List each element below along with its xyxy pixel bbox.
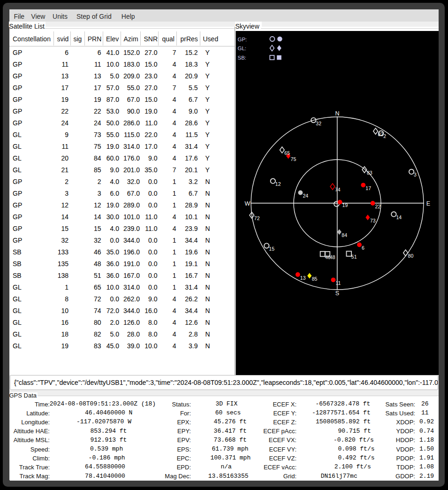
svg-text:S: S bbox=[335, 290, 339, 297]
svg-text:W: W bbox=[245, 200, 251, 207]
svg-text:65: 65 bbox=[284, 150, 290, 156]
svg-text:24: 24 bbox=[303, 193, 308, 199]
svg-text:2: 2 bbox=[383, 133, 386, 139]
svg-text:32: 32 bbox=[316, 121, 321, 126]
svg-text:SB:: SB: bbox=[238, 55, 247, 61]
svg-text:73: 73 bbox=[370, 218, 376, 223]
svg-text:GP:: GP: bbox=[238, 37, 247, 42]
svg-text:85: 85 bbox=[312, 276, 318, 282]
svg-text:11: 11 bbox=[335, 280, 341, 286]
svg-text:12: 12 bbox=[275, 181, 281, 187]
svg-text:E: E bbox=[426, 200, 430, 207]
svg-text:N: N bbox=[335, 110, 339, 117]
svg-text:83: 83 bbox=[367, 170, 372, 176]
svg-text:19: 19 bbox=[342, 202, 348, 208]
svg-text:22: 22 bbox=[375, 204, 381, 209]
svg-text:80: 80 bbox=[408, 253, 414, 259]
svg-text:3: 3 bbox=[414, 172, 417, 177]
svg-text:15: 15 bbox=[269, 246, 274, 252]
svg-text:13: 13 bbox=[300, 275, 306, 281]
svg-text:82: 82 bbox=[378, 131, 384, 137]
svg-text:72: 72 bbox=[254, 215, 260, 221]
svg-text:6: 6 bbox=[362, 245, 364, 251]
svg-text:GL:: GL: bbox=[238, 46, 247, 51]
svg-text:17: 17 bbox=[365, 185, 371, 191]
svg-text:84: 84 bbox=[342, 232, 347, 238]
svg-text:74: 74 bbox=[335, 187, 341, 192]
svg-text:14: 14 bbox=[396, 214, 402, 220]
svg-text:51: 51 bbox=[351, 254, 357, 260]
svg-text:75: 75 bbox=[291, 156, 296, 162]
svg-text:48: 48 bbox=[330, 254, 335, 260]
